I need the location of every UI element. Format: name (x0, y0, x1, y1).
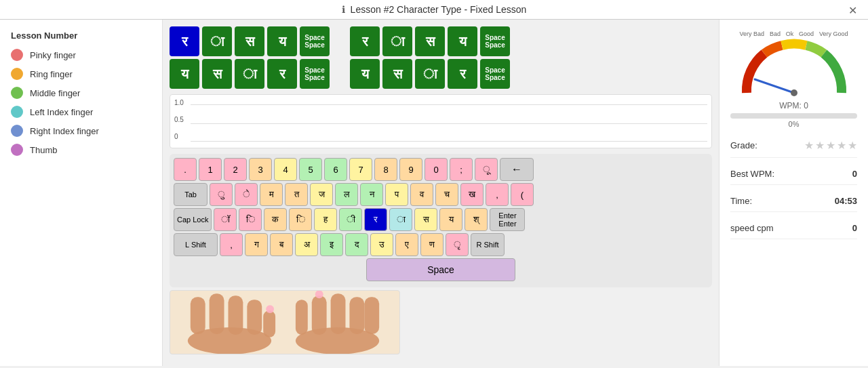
chart-line-bot (191, 141, 707, 142)
finger-label: Middle finger (30, 88, 80, 98)
key-ha[interactable]: ह (314, 208, 337, 231)
key-5[interactable]: 5 (299, 158, 322, 181)
key-e[interactable]: े (235, 183, 258, 206)
key-comma[interactable]: , (486, 183, 509, 206)
gauge-bad: Bad (770, 30, 781, 37)
key-ga[interactable]: ग (245, 233, 268, 256)
char-box: स (202, 59, 232, 89)
chart-labels: 1.0 0.5 0 (174, 99, 184, 140)
chart-area: 1.0 0.5 0 (170, 94, 712, 148)
key-paren[interactable]: ( (511, 183, 534, 206)
char-box: स (382, 59, 412, 89)
key-ri[interactable]: ि (289, 208, 312, 231)
key-semicolon[interactable]: ; (450, 158, 473, 181)
key-o[interactable]: ॉ (214, 208, 237, 231)
key-lshift[interactable]: L Shift (174, 233, 218, 256)
hand-illustration (170, 290, 399, 354)
char-row-1: र ा स य SpaceSpace (170, 26, 330, 56)
char-row-2: य स ा र SpaceSpace (170, 59, 330, 89)
key-i[interactable]: ि (239, 208, 262, 231)
finger-dot (11, 125, 23, 137)
svg-point-13 (315, 290, 323, 298)
key-tab[interactable]: Tab (174, 183, 208, 206)
spacebar-row: Space (174, 258, 708, 281)
finger-dot (11, 87, 23, 99)
main-layout: Lesson Number Pinky finger Ring finger M… (0, 20, 868, 366)
finger-label: Pinky finger (30, 50, 76, 60)
key-aa[interactable]: ा (389, 208, 412, 231)
key-6[interactable]: 6 (324, 158, 347, 181)
gauge-labels: Very Bad Bad Ok Good Very Good (740, 30, 848, 37)
char-box: ा (382, 26, 412, 56)
key-cha[interactable]: च (435, 183, 458, 206)
gauge-very-good: Very Good (819, 30, 848, 37)
key-kha[interactable]: ख (460, 183, 484, 206)
window-title: Lesson #2 Character Type - Fixed Lesson (351, 4, 527, 15)
key-comma2[interactable]: , (220, 233, 243, 256)
best-wpm-value: 0 (852, 169, 857, 179)
kbd-row-2: Cap Lock ॉ ि क ि ह ी र ा स य श् EnterEnt… (174, 208, 708, 231)
chart-label-1: 1.0 (174, 99, 184, 106)
time-value: 04:53 (835, 196, 857, 206)
key-ae[interactable]: ए (395, 233, 418, 256)
key-ja[interactable]: ज (310, 183, 333, 206)
svg-point-12 (296, 327, 379, 354)
key-u[interactable]: ु (210, 183, 233, 206)
finger-item: Left Index finger (11, 106, 151, 118)
key-2[interactable]: 2 (224, 158, 247, 181)
svg-rect-11 (364, 297, 379, 334)
finger-item: Ring finger (11, 68, 151, 80)
key-uu[interactable]: ू (475, 158, 498, 181)
time-row: Time: 04:53 (730, 196, 857, 212)
key-ma[interactable]: म (260, 183, 283, 206)
key-1[interactable]: 1 (199, 158, 222, 181)
key-la[interactable]: ल (335, 183, 358, 206)
char-box: य (170, 59, 199, 89)
key-ya[interactable]: य (439, 208, 462, 231)
key-ii[interactable]: ी (339, 208, 362, 231)
percent-label: 0% (789, 120, 800, 128)
key-9[interactable]: 9 (399, 158, 422, 181)
key-ka[interactable]: क (264, 208, 287, 231)
char-box: ा (235, 59, 264, 89)
key-ba[interactable]: ब (270, 233, 293, 256)
key-ri2[interactable]: ृ (446, 233, 469, 256)
key-oo[interactable]: उ (370, 233, 393, 256)
key-na2[interactable]: ण (420, 233, 443, 256)
key-a[interactable]: अ (295, 233, 318, 256)
key-ta[interactable]: त (285, 183, 308, 206)
finger-dot (11, 68, 23, 80)
finger-label: Thumb (30, 145, 57, 155)
gauge-ok: Ok (786, 30, 794, 37)
key-backspace[interactable]: ← (500, 158, 534, 181)
key-enter[interactable]: EnterEnter (490, 208, 525, 231)
key-ai[interactable]: इ (320, 233, 343, 256)
key-8[interactable]: 8 (374, 158, 397, 181)
key-rshift[interactable]: R Shift (471, 233, 505, 256)
key-4[interactable]: 4 (274, 158, 297, 181)
key-3[interactable]: 3 (249, 158, 272, 181)
key-sa[interactable]: स (414, 208, 437, 231)
speed-cpm-row: speed cpm 0 (730, 223, 857, 239)
key-va[interactable]: व (410, 183, 433, 206)
key-da[interactable]: द (345, 233, 368, 256)
key-space[interactable]: Space (366, 258, 515, 281)
info-icon: ℹ (342, 4, 345, 15)
key-ra[interactable]: र (364, 208, 387, 231)
key-0[interactable]: 0 (425, 158, 448, 181)
char-box: र (267, 59, 297, 89)
key-pa[interactable]: प (385, 183, 408, 206)
char-box: स (235, 26, 264, 56)
svg-point-6 (266, 305, 274, 313)
key-na[interactable]: न (360, 183, 383, 206)
chart-line-mid (191, 123, 707, 124)
key-dot[interactable]: . (174, 158, 197, 181)
finger-dot (11, 49, 23, 61)
char-box: स (415, 26, 445, 56)
char-box-space: SpaceSpace (300, 59, 330, 89)
key-7[interactable]: 7 (349, 158, 372, 181)
close-icon[interactable]: ✕ (848, 4, 857, 17)
hand-area (170, 290, 400, 354)
key-sha[interactable]: श् (465, 208, 488, 231)
key-capslock[interactable]: Cap Lock (174, 208, 212, 231)
